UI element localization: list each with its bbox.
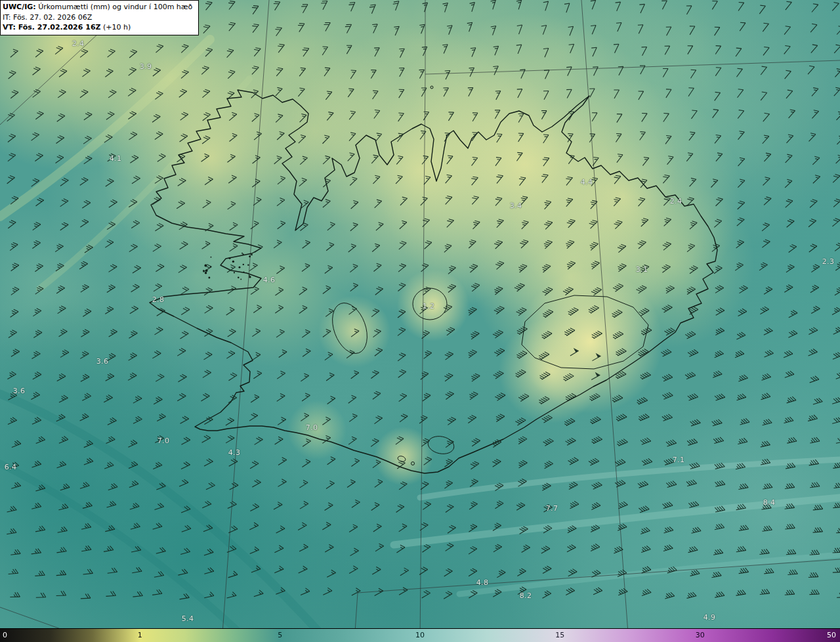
- title-line: UWC/IG: Úrkomumætti (mm) og vindur í 100…: [3, 2, 192, 12]
- valid-time-offset: (+10 h): [101, 23, 131, 32]
- colorbar-tick: 10: [415, 629, 425, 642]
- valid-time: VT: Fös. 27.02.2026 16Z: [3, 23, 101, 32]
- init-time-line: IT: Fös. 27. 02. 2026 06Z: [3, 12, 192, 23]
- colorbar-tick: 5: [278, 629, 282, 642]
- weather-map: 2.43.94.14.62.83.63.66.47.04.37.05.44.88…: [0, 0, 840, 642]
- colorbar-legend: 01510153050: [0, 628, 840, 642]
- title-box: UWC/IG: Úrkomumætti (mm) og vindur í 100…: [0, 0, 199, 35]
- colorbar-ticks: 01510153050: [0, 629, 840, 642]
- colorbar-tick: 15: [555, 629, 564, 642]
- valid-time-line: VT: Fös. 27.02.2026 16Z (+10 h): [3, 22, 192, 33]
- colorbar-tick: 50: [827, 629, 836, 642]
- model-name: UWC/IG:: [3, 3, 36, 11]
- precipitation-wind-map-canvas: [0, 0, 840, 642]
- colorbar-tick: 0: [3, 629, 7, 642]
- colorbar-tick: 1: [138, 629, 142, 642]
- colorbar-tick: 30: [696, 629, 705, 642]
- map-title: Úrkomumætti (mm) og vindur í 100m hæð: [36, 3, 193, 11]
